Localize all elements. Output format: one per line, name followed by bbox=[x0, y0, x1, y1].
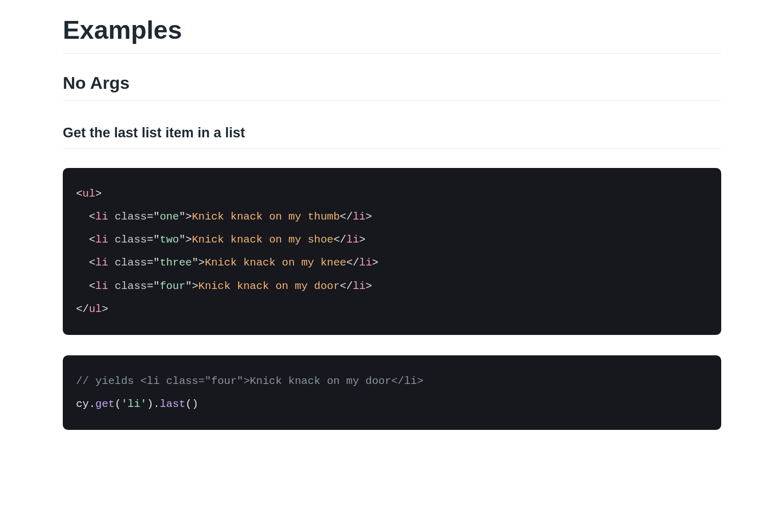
code-block-html: <ul> <li class="one">Knick knack on my t… bbox=[63, 168, 721, 335]
code-token: = bbox=[147, 280, 154, 292]
doc-body: Examples No Args Get the last list item … bbox=[63, 15, 721, 430]
code-token: li bbox=[95, 257, 108, 269]
code-token: > bbox=[359, 234, 366, 246]
code-token: 'li' bbox=[121, 398, 146, 410]
code-token: > bbox=[185, 211, 192, 223]
code-token: = bbox=[147, 211, 154, 223]
code-token: one bbox=[160, 211, 179, 223]
code-token: li bbox=[359, 257, 372, 269]
code-token: li bbox=[353, 211, 365, 223]
code-token: < bbox=[89, 280, 95, 292]
code-token bbox=[108, 234, 115, 246]
code-token: Knick knack on my thumb bbox=[192, 211, 340, 223]
code-token: = bbox=[147, 257, 154, 269]
code-token: < bbox=[89, 234, 95, 246]
code-token: > bbox=[95, 188, 102, 200]
code-token: ) bbox=[192, 398, 199, 410]
code-token: < bbox=[89, 211, 95, 223]
code-token: . bbox=[89, 398, 95, 410]
code-token: </ bbox=[340, 280, 353, 292]
code-token: " bbox=[153, 280, 160, 292]
code-token: " bbox=[179, 234, 186, 246]
code-token: > bbox=[185, 234, 192, 246]
code-token: li bbox=[353, 280, 365, 292]
code-token: li bbox=[346, 234, 359, 246]
code-token: " bbox=[192, 257, 199, 269]
code-token: ( bbox=[115, 398, 121, 410]
code-token: </ bbox=[76, 303, 89, 315]
heading-get-last-item: Get the last list item in a list bbox=[63, 125, 721, 149]
code-token: </ bbox=[340, 211, 353, 223]
code-token: li bbox=[95, 234, 108, 246]
code-token: ( bbox=[185, 398, 192, 410]
code-token: < bbox=[76, 188, 83, 200]
code-comment: // yields <li class="four">Knick knack o… bbox=[76, 375, 424, 387]
code-token: < bbox=[89, 257, 95, 269]
code-token: Knick knack on my knee bbox=[205, 257, 346, 269]
code-token: " bbox=[153, 257, 160, 269]
code-block-js: // yields <li class="four">Knick knack o… bbox=[63, 355, 721, 430]
heading-examples: Examples bbox=[63, 15, 721, 54]
code-token: cy bbox=[76, 398, 89, 410]
code-token: > bbox=[102, 303, 108, 315]
code-token: last bbox=[160, 398, 185, 410]
code-token: </ bbox=[346, 257, 359, 269]
code-token: Knick knack on my door bbox=[199, 280, 340, 292]
code-token: > bbox=[365, 211, 372, 223]
code-token: </ bbox=[333, 234, 346, 246]
code-token: . bbox=[153, 398, 160, 410]
code-token: " bbox=[185, 280, 192, 292]
code-token: li bbox=[95, 211, 108, 223]
code-token: = bbox=[147, 234, 154, 246]
code-token: four bbox=[160, 280, 185, 292]
code-token bbox=[108, 211, 115, 223]
code-token: two bbox=[160, 234, 179, 246]
heading-no-args: No Args bbox=[63, 73, 721, 101]
code-token: > bbox=[365, 280, 372, 292]
code-token: class bbox=[115, 234, 147, 246]
code-token: > bbox=[372, 257, 379, 269]
code-token: ul bbox=[83, 188, 95, 200]
code-token: Knick knack on my shoe bbox=[192, 234, 333, 246]
code-token: class bbox=[115, 257, 147, 269]
code-token bbox=[108, 257, 115, 269]
code-token: three bbox=[160, 257, 192, 269]
code-token: > bbox=[192, 280, 199, 292]
code-token bbox=[108, 280, 115, 292]
code-token: > bbox=[199, 257, 205, 269]
code-token: li bbox=[95, 280, 108, 292]
code-token: " bbox=[179, 211, 186, 223]
code-token: get bbox=[95, 398, 115, 410]
code-token: ul bbox=[89, 303, 102, 315]
code-token: " bbox=[153, 234, 160, 246]
code-token: class bbox=[115, 280, 147, 292]
code-token: class bbox=[115, 211, 147, 223]
code-token: " bbox=[153, 211, 160, 223]
code-token: ) bbox=[147, 398, 154, 410]
